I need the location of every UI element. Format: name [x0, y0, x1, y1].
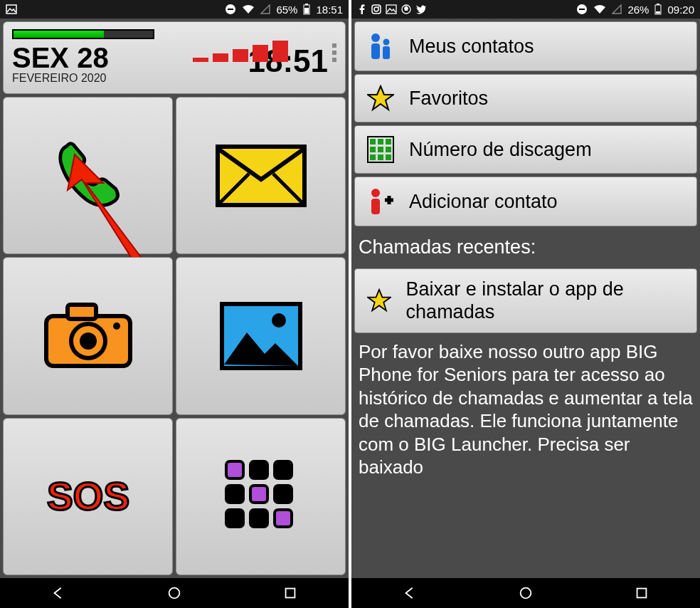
battery-indicator: [12, 29, 154, 39]
svg-rect-51: [371, 199, 380, 214]
favorites-button[interactable]: Favoritos: [354, 74, 697, 122]
camera-tile[interactable]: [3, 257, 173, 414]
label: Adicionar contato: [409, 191, 558, 213]
svg-point-28: [378, 6, 380, 8]
label: Número de discagem: [409, 139, 592, 161]
svg-rect-17: [275, 461, 292, 478]
svg-point-10: [80, 332, 97, 350]
svg-rect-35: [656, 11, 660, 14]
svg-rect-47: [370, 154, 376, 160]
add-person-icon: [365, 187, 396, 216]
svg-point-50: [371, 189, 380, 197]
home-icon[interactable]: [518, 585, 534, 601]
tile-grid: SOS: [3, 97, 346, 575]
mail-tile[interactable]: [176, 97, 346, 254]
picture-icon: [386, 4, 397, 14]
svg-rect-49: [386, 154, 391, 160]
svg-rect-43: [386, 139, 391, 145]
svg-rect-53: [637, 589, 647, 598]
picture-icon: [218, 300, 304, 372]
home-area: SEX 28 FEVEREIRO 2020 18:51: [0, 19, 349, 578]
svg-rect-25: [286, 589, 295, 598]
svg-rect-20: [275, 486, 292, 503]
back-icon[interactable]: [402, 585, 418, 601]
svg-point-11: [113, 323, 120, 330]
install-calls-app-button[interactable]: Baixar e instalar o app de chamadas: [354, 268, 697, 333]
envelope-icon: [215, 144, 307, 208]
handset-icon: [46, 133, 131, 219]
clock: 09:20: [667, 4, 694, 16]
svg-rect-23: [275, 510, 292, 527]
dnd-icon: [225, 4, 236, 15]
gallery-tile[interactable]: [176, 257, 346, 414]
svg-rect-46: [386, 147, 391, 152]
star-icon: [365, 85, 396, 112]
sos-tile[interactable]: SOS: [3, 418, 173, 575]
svg-point-24: [169, 588, 180, 599]
wifi-icon: [242, 4, 255, 14]
svg-rect-29: [386, 5, 396, 14]
svg-rect-32: [579, 9, 585, 10]
instagram-icon: [371, 4, 381, 14]
my-contacts-button[interactable]: Meus contatos: [354, 21, 697, 71]
battery-pct: 26%: [627, 4, 649, 16]
phone-screen-home: 65% 18:51 SEX 28 FEVEREIRO 2020 18:51: [0, 0, 349, 608]
status-bar: 65% 18:51: [0, 0, 349, 19]
dialpad-icon: [365, 136, 396, 163]
svg-text:SOS: SOS: [46, 474, 129, 518]
svg-rect-48: [378, 154, 383, 160]
star-icon: [365, 288, 393, 313]
clock: 18:51: [316, 4, 343, 16]
add-contact-button[interactable]: Adicionar contato: [354, 177, 697, 226]
football-icon: [401, 4, 411, 14]
svg-rect-37: [371, 43, 380, 59]
home-icon[interactable]: [166, 585, 182, 601]
back-icon[interactable]: [51, 585, 66, 601]
month-label: FEVEREIRO 2020: [12, 72, 109, 85]
label: Favoritos: [409, 88, 488, 110]
signal-icon: [260, 4, 270, 14]
svg-rect-41: [370, 139, 376, 145]
battery-icon: [654, 4, 662, 15]
battery-pct: 65%: [276, 4, 297, 16]
svg-point-52: [521, 588, 531, 599]
label: Baixar e instalar o app de chamadas: [406, 278, 686, 324]
apps-grid-icon: [222, 457, 300, 535]
svg-rect-45: [378, 147, 383, 152]
svg-rect-22: [250, 510, 267, 527]
svg-point-36: [371, 33, 380, 42]
svg-rect-42: [378, 139, 383, 145]
recent-icon[interactable]: [634, 585, 649, 601]
camera-icon: [42, 300, 134, 372]
signal-bars: [193, 41, 288, 62]
status-bar: 26% 09:20: [351, 0, 700, 19]
menu-dots-icon[interactable]: [332, 43, 336, 62]
svg-rect-2: [228, 9, 233, 10]
apps-tile[interactable]: [176, 418, 346, 575]
svg-rect-15: [226, 461, 243, 478]
dialpad-button[interactable]: Número de discagem: [354, 125, 697, 174]
svg-rect-19: [250, 486, 267, 503]
svg-rect-39: [383, 46, 390, 59]
phone-screen-contacts: 26% 09:20 Meus contatos Favoritos: [351, 0, 700, 608]
recent-icon[interactable]: [282, 585, 298, 601]
nav-bar: [351, 578, 700, 608]
sos-icon: SOS: [28, 471, 149, 521]
svg-rect-8: [68, 305, 96, 319]
day-label: SEX 28: [12, 43, 109, 72]
info-card[interactable]: SEX 28 FEVEREIRO 2020 18:51: [3, 21, 346, 94]
svg-rect-21: [226, 510, 243, 527]
svg-rect-44: [370, 147, 376, 152]
label: Meus contatos: [409, 36, 534, 58]
signal-icon: [612, 4, 622, 14]
people-icon: [365, 32, 396, 61]
svg-rect-18: [226, 486, 243, 503]
wifi-icon: [593, 4, 606, 14]
phone-tile[interactable]: [3, 97, 173, 254]
svg-rect-5: [304, 8, 309, 14]
svg-point-38: [383, 39, 390, 46]
twitter-icon: [415, 4, 427, 14]
recent-calls-title: Chamadas recentes:: [354, 229, 697, 266]
picture-icon: [6, 4, 17, 15]
dnd-icon: [576, 4, 588, 15]
